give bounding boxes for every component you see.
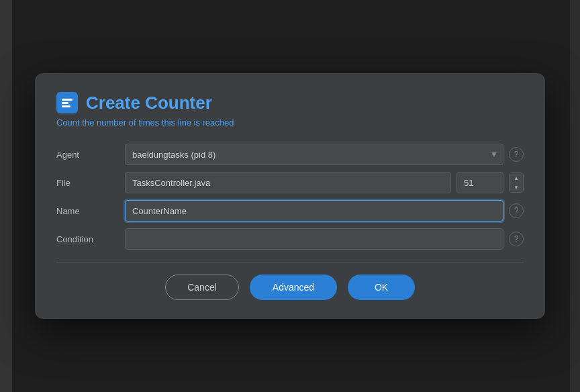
spinner-up-button[interactable]: ▲ <box>510 173 523 183</box>
agent-select[interactable]: baeldungtasks (pid 8) <box>125 144 503 165</box>
condition-control-area: ? <box>125 228 524 250</box>
agent-control-area: baeldungtasks (pid 8) ▼ ? <box>125 144 524 165</box>
name-label: Name <box>56 206 117 216</box>
file-row: File ▲ ▼ <box>56 172 524 193</box>
cancel-button[interactable]: Cancel <box>165 275 239 300</box>
name-help-button[interactable]: ? <box>509 203 524 218</box>
condition-help-button[interactable]: ? <box>509 232 524 246</box>
agent-row: Agent baeldungtasks (pid 8) ▼ ? <box>56 144 524 165</box>
left-sidebar <box>0 0 12 392</box>
dialog-subtitle: Count the number of times this line is r… <box>56 117 524 128</box>
line-number-spinner: ▲ ▼ <box>509 173 524 193</box>
agent-label: Agent <box>56 150 117 160</box>
create-counter-dialog: Create Counter Count the number of times… <box>35 73 545 319</box>
line-number-input[interactable] <box>456 172 503 193</box>
file-input[interactable] <box>125 172 451 193</box>
dialog-header: Create Counter <box>56 92 524 113</box>
file-row-controls: ▲ ▼ <box>125 172 524 193</box>
advanced-button[interactable]: Advanced <box>250 275 337 300</box>
right-panel <box>570 0 580 392</box>
svg-rect-0 <box>62 99 72 101</box>
name-input[interactable] <box>125 200 503 222</box>
file-label: File <box>56 178 117 188</box>
spinner-down-button[interactable]: ▼ <box>510 183 523 192</box>
condition-label: Condition <box>56 234 117 244</box>
dialog-footer: Cancel Advanced OK <box>56 275 524 300</box>
ok-button[interactable]: OK <box>348 275 415 300</box>
name-row: Name ? <box>56 200 524 222</box>
dialog-title: Create Counter <box>86 93 212 113</box>
name-control-area: ? <box>125 200 524 222</box>
agent-help-button[interactable]: ? <box>509 147 524 162</box>
svg-rect-1 <box>62 102 68 104</box>
agent-select-wrapper: baeldungtasks (pid 8) ▼ <box>125 144 503 165</box>
file-control-area: ▲ ▼ <box>125 172 524 193</box>
counter-icon <box>60 96 74 109</box>
svg-rect-2 <box>62 105 70 107</box>
divider <box>56 262 524 262</box>
dialog-icon <box>56 92 78 113</box>
condition-input[interactable] <box>125 228 503 250</box>
condition-row: Condition ? <box>56 228 524 250</box>
